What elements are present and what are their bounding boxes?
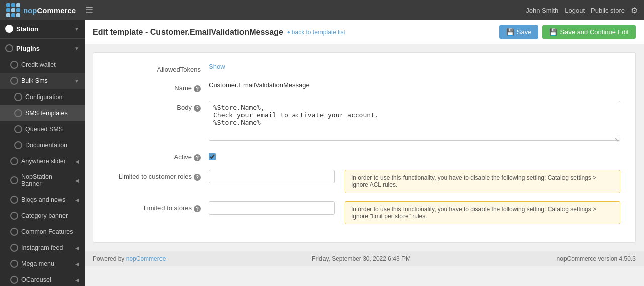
logo-commerce: Commerce: [37, 6, 76, 15]
anywhere-slider-icon: [10, 157, 18, 165]
common-features-label: Common Features: [21, 228, 73, 235]
logout-link[interactable]: Logout: [565, 7, 585, 14]
limited-stores-input[interactable]: [209, 201, 335, 215]
logo-text: nopCommerce: [23, 6, 76, 15]
back-to-template-link[interactable]: ● back to template list: [287, 29, 345, 36]
sidebar-item-bulk-sms[interactable]: Bulk Sms ▼: [0, 73, 85, 89]
name-value: Customer.EmailValidationMessage: [209, 78, 310, 89]
ocarousel-icon: [10, 276, 18, 284]
logo-dot-6: [16, 8, 20, 12]
sidebar-item-blogs-news[interactable]: Blogs and news ◀: [0, 192, 85, 208]
active-row: Active ?: [108, 150, 620, 162]
allowed-tokens-control: Show: [209, 63, 620, 70]
mega-menu-icon: [10, 260, 18, 268]
active-help-icon[interactable]: ?: [194, 154, 201, 161]
sms-templates-icon: [14, 109, 22, 117]
save-continue-icon: 💾: [549, 28, 557, 36]
textarea-resize-handle: ⤡: [614, 136, 619, 141]
station-arrow: ▼: [74, 26, 79, 32]
blogs-news-icon: [10, 196, 18, 204]
footer-nopcommerce-link[interactable]: nopCommerce: [126, 255, 166, 262]
anywhere-slider-arrow: ◀: [75, 159, 79, 164]
sidebar-item-ocarousel[interactable]: OCarousel ◀: [0, 272, 85, 286]
body-textarea[interactable]: %Store.Name%, Check your email to activa…: [209, 101, 620, 141]
category-banner-label: Category banner: [21, 212, 68, 219]
nopstation-banner-label: NopStation Banner: [21, 173, 72, 187]
logo-dot-5: [11, 8, 15, 12]
limited-roles-control: In order to use this functionality, you …: [209, 170, 620, 193]
save-continue-label: Save and Continue Edit: [560, 28, 629, 36]
sidebar-item-plugins[interactable]: Plugins ▼: [0, 40, 85, 57]
category-banner-icon: [10, 212, 18, 220]
main-layout: Station ▼ Plugins ▼ Credit wallet Bulk S…: [0, 20, 644, 286]
save-button[interactable]: 💾 Save: [499, 25, 539, 39]
save-label: Save: [517, 28, 532, 36]
name-control: Customer.EmailValidationMessage: [209, 81, 620, 89]
username: John Smith: [526, 7, 558, 14]
allowed-tokens-row: AllowedTokens Show: [108, 63, 620, 73]
sidebar-item-configuration[interactable]: Configuration: [0, 89, 85, 105]
active-control: [209, 150, 620, 162]
blogs-news-label: Blogs and news: [21, 196, 65, 203]
name-help-icon[interactable]: ?: [194, 85, 201, 92]
limited-roles-input[interactable]: [209, 170, 335, 183]
limited-roles-help-icon[interactable]: ?: [194, 174, 201, 181]
instagram-feed-label: Instagram feed: [21, 244, 63, 251]
queued-sms-label: Queued SMS: [25, 126, 63, 133]
instagram-feed-icon: [10, 244, 18, 252]
sidebar-item-queued-sms[interactable]: Queued SMS: [0, 121, 85, 137]
sidebar-item-credit-wallet[interactable]: Credit wallet: [0, 57, 85, 73]
plugins-icon: [5, 44, 13, 52]
bulk-sms-arrow: ▼: [74, 78, 79, 84]
body-label: Body ?: [108, 101, 209, 112]
bulk-sms-icon: [10, 77, 18, 85]
sidebar-item-nopstation-banner[interactable]: NopStation Banner ◀: [0, 169, 85, 192]
nav-left: nopCommerce ☰: [6, 3, 93, 17]
bulk-sms-label: Bulk Sms: [21, 77, 48, 84]
content-area: Edit template - Customer.EmailValidation…: [85, 20, 644, 286]
sidebar-item-common-features[interactable]: Common Features: [0, 224, 85, 240]
mega-menu-arrow: ◀: [75, 261, 79, 267]
allowed-tokens-show[interactable]: Show: [209, 63, 225, 70]
back-label: back to template list: [292, 29, 345, 36]
gear-icon[interactable]: ⚙: [631, 6, 638, 15]
sidebar-item-category-banner[interactable]: Category banner: [0, 208, 85, 224]
sidebar-divider-1: [0, 38, 85, 39]
mega-menu-label: Mega menu: [21, 260, 54, 267]
logo-dots: [6, 3, 20, 17]
logo-dot-1: [6, 3, 10, 7]
plugins-arrow: ▼: [74, 46, 79, 51]
hamburger-icon[interactable]: ☰: [85, 5, 93, 16]
sms-templates-label: SMS templates: [25, 110, 68, 117]
limited-stores-label: Limited to stores ?: [108, 201, 209, 212]
limited-roles-input-wrap: [209, 170, 335, 193]
body-help-icon[interactable]: ?: [194, 105, 201, 112]
config-label: Configuration: [25, 93, 62, 101]
blogs-news-arrow: ◀: [75, 197, 79, 203]
sidebar-item-instagram-feed[interactable]: Instagram feed ◀: [0, 240, 85, 256]
logo-dot-7: [6, 13, 10, 17]
credit-wallet-label: Credit wallet: [21, 61, 56, 68]
limited-stores-control: In order to use this functionality, you …: [209, 201, 620, 224]
limited-roles-info: In order to use this functionality, you …: [345, 170, 620, 193]
form-panel: AllowedTokens Show Name ? Customer.Email…: [93, 52, 636, 243]
sidebar-item-anywhere-slider[interactable]: Anywhere slider ◀: [0, 153, 85, 169]
sidebar-item-mega-menu[interactable]: Mega menu ◀: [0, 256, 85, 272]
save-continue-button[interactable]: 💾 Save and Continue Edit: [542, 25, 636, 39]
sidebar-item-sms-templates[interactable]: SMS templates: [0, 105, 85, 121]
limited-roles-row: Limited to customer roles ? In order to …: [108, 170, 620, 193]
allowed-tokens-label: AllowedTokens: [108, 63, 209, 73]
footer-powered: Powered by nopCommerce: [93, 255, 166, 262]
back-icon: ●: [287, 29, 290, 35]
sidebar-item-station[interactable]: Station ▼: [0, 20, 85, 37]
credit-wallet-icon: [10, 61, 18, 69]
active-checkbox[interactable]: [209, 153, 216, 160]
sidebar-station-label: Station: [16, 25, 38, 33]
sidebar: Station ▼ Plugins ▼ Credit wallet Bulk S…: [0, 20, 85, 286]
public-store-link[interactable]: Public store: [591, 7, 625, 14]
sidebar-item-documentation[interactable]: Documentation: [0, 137, 85, 153]
page-header: Edit template - Customer.EmailValidation…: [85, 20, 644, 44]
limited-roles-label: Limited to customer roles ?: [108, 170, 209, 181]
limited-stores-help-icon[interactable]: ?: [194, 205, 201, 212]
logo-dot-4: [6, 8, 10, 12]
